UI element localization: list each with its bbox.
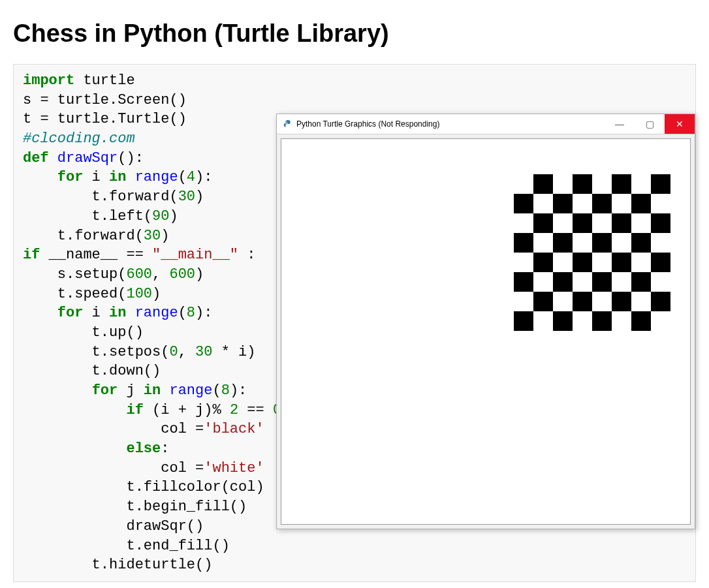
board-square: [553, 194, 573, 213]
board-square: [612, 233, 631, 253]
board-square: [553, 233, 573, 253]
board-square: [592, 194, 612, 213]
page-title: Chess in Python (Turtle Library): [13, 20, 696, 48]
board-square: [553, 213, 573, 233]
board-square: [514, 253, 533, 272]
board-square: [573, 272, 592, 292]
board-square: [592, 311, 612, 331]
board-square: [651, 174, 670, 194]
board-square: [651, 233, 670, 253]
board-square: [573, 174, 592, 194]
chess-board: [514, 174, 670, 331]
board-square: [631, 174, 651, 194]
board-square: [553, 174, 573, 194]
board-square: [553, 272, 573, 292]
board-square: [573, 253, 592, 272]
board-square: [612, 174, 631, 194]
board-square: [612, 272, 631, 292]
board-square: [592, 272, 612, 292]
minimize-button[interactable]: —: [605, 114, 635, 134]
board-square: [533, 272, 553, 292]
board-square: [631, 213, 651, 233]
board-square: [631, 311, 651, 331]
board-square: [514, 311, 533, 331]
board-square: [533, 233, 553, 253]
board-square: [631, 272, 651, 292]
board-square: [631, 194, 651, 213]
close-button[interactable]: ✕: [665, 114, 695, 134]
board-square: [514, 174, 533, 194]
board-square: [612, 311, 631, 331]
board-square: [592, 292, 612, 311]
board-square: [553, 311, 573, 331]
board-square: [592, 213, 612, 233]
board-square: [573, 194, 592, 213]
maximize-button[interactable]: ▢: [635, 114, 665, 134]
turtle-canvas: [281, 138, 691, 525]
board-square: [573, 233, 592, 253]
board-square: [573, 213, 592, 233]
board-square: [592, 174, 612, 194]
board-square: [514, 292, 533, 311]
board-square: [514, 272, 533, 292]
python-icon: [283, 119, 292, 129]
board-square: [631, 253, 651, 272]
board-square: [651, 253, 670, 272]
board-square: [533, 253, 553, 272]
board-square: [533, 311, 553, 331]
board-square: [651, 311, 670, 331]
board-square: [612, 194, 631, 213]
board-square: [631, 233, 651, 253]
board-square: [533, 292, 553, 311]
board-square: [533, 174, 553, 194]
window-titlebar[interactable]: Python Turtle Graphics (Not Responding) …: [277, 114, 695, 134]
board-square: [533, 194, 553, 213]
svg-point-0: [286, 121, 287, 121]
board-square: [592, 253, 612, 272]
turtle-window: Python Turtle Graphics (Not Responding) …: [276, 114, 695, 529]
board-square: [651, 213, 670, 233]
board-square: [651, 272, 670, 292]
board-square: [553, 253, 573, 272]
window-title: Python Turtle Graphics (Not Responding): [296, 119, 605, 129]
board-square: [553, 292, 573, 311]
board-square: [612, 213, 631, 233]
board-square: [592, 233, 612, 253]
board-square: [631, 292, 651, 311]
board-square: [533, 213, 553, 233]
board-square: [573, 311, 592, 331]
board-square: [514, 213, 533, 233]
board-square: [514, 233, 533, 253]
board-square: [514, 194, 533, 213]
board-square: [651, 292, 670, 311]
board-square: [651, 194, 670, 213]
board-square: [612, 292, 631, 311]
board-square: [612, 253, 631, 272]
code-block: import turtle s = turtle.Screen() t = tu…: [13, 64, 696, 582]
board-square: [573, 292, 592, 311]
